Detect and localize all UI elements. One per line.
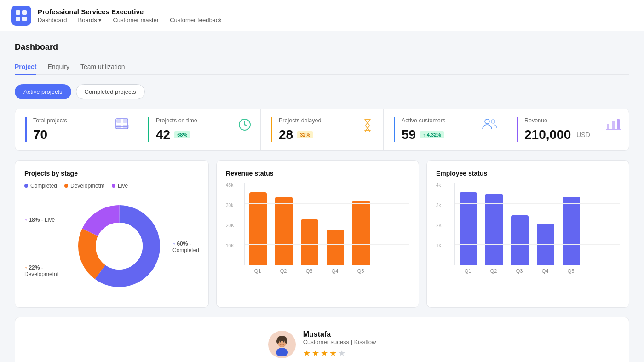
total-projects-label: Total projects xyxy=(33,117,127,124)
x-label-q3: Q3 xyxy=(300,268,318,274)
delayed-label: Projects delayed xyxy=(279,117,373,124)
legend-label-live: Live xyxy=(118,183,128,189)
charts-row: Projects by stage Completed Developmetnt… xyxy=(15,160,629,308)
x-label-q1: Q1 xyxy=(249,268,266,274)
live-label: ○ 18% - Live xyxy=(24,217,66,223)
legend-development: Developmetnt xyxy=(64,183,104,189)
revenue-bar-q1 xyxy=(249,192,267,265)
completed-label: ○ 60% - Completed xyxy=(172,241,199,253)
completed-pct: 60% xyxy=(177,241,188,247)
legend-dot-development xyxy=(64,184,68,188)
dev-pct: 22% xyxy=(29,264,40,271)
tab-enquiry[interactable]: Enquiry xyxy=(47,59,69,75)
emp-bar-q1 xyxy=(460,192,477,265)
emp-x-label-q2: Q2 xyxy=(485,268,502,274)
emp-bar-q2 xyxy=(485,194,503,265)
legend-label-development: Developmetnt xyxy=(70,183,104,189)
svg-point-16 xyxy=(485,119,489,124)
users-icon xyxy=(481,117,498,132)
live-pct: 18% xyxy=(29,217,40,223)
revenue-status-card: Revenue status 45k 30k 20K 10K xyxy=(216,160,419,308)
revenue-value: 210,000 USD xyxy=(524,127,619,142)
svg-point-17 xyxy=(491,120,495,123)
app-title: Professional Services Executive xyxy=(38,8,222,16)
main-nav: Dashboard Boards ▾ Customer master Custo… xyxy=(38,17,222,23)
nav-customer-feedback[interactable]: Customer feedback xyxy=(170,17,222,23)
nav-dashboard[interactable]: Dashboard xyxy=(38,17,67,23)
emp-x-label-q3: Q3 xyxy=(511,268,528,274)
legend-dot-live xyxy=(112,184,115,188)
emp-bar-q3 xyxy=(511,215,529,265)
employee-bar-q3 xyxy=(511,215,529,265)
delayed-value: 28 32% xyxy=(279,127,373,142)
employee-bar-q1 xyxy=(460,192,477,265)
svg-rect-0 xyxy=(16,10,20,15)
employee-bar-q5 xyxy=(563,197,580,265)
revenue-bar-q5 xyxy=(352,201,370,265)
svg-point-25 xyxy=(96,223,143,270)
grid-icon xyxy=(115,117,129,133)
app-logo xyxy=(11,6,31,26)
employee-status-title: Employee status xyxy=(436,170,620,177)
dev-label: ○ 22% - Developmetnt xyxy=(24,264,66,277)
bar-q5 xyxy=(352,201,370,265)
stat-active-customers: Active customers 59 ↑ 4.32% xyxy=(384,109,506,150)
svg-point-15 xyxy=(244,124,246,126)
bar-q1 xyxy=(249,192,267,265)
toggle-active-projects[interactable]: Active projects xyxy=(15,84,71,99)
bar-chart-icon xyxy=(606,117,621,132)
stat-cards-row: Total projects 70 Projects on time 42 xyxy=(15,109,629,151)
customer-avatar xyxy=(268,331,296,358)
donut-legend: Completed Developmetnt Live xyxy=(24,183,199,189)
revenue-x-labels: Q1 Q2 Q3 Q4 Q5 xyxy=(244,265,409,274)
customer-stars: ★ ★ ★ ★ ★ xyxy=(303,348,376,358)
x-label-q2: Q2 xyxy=(275,268,292,274)
employee-bar-q4 xyxy=(537,224,554,265)
view-toggle: Active projects Completed projects xyxy=(15,84,629,99)
projects-by-stage-card: Projects by stage Completed Developmetnt… xyxy=(15,160,209,308)
customer-info: Mustafa Customer sucess | Kissflow ★ ★ ★… xyxy=(303,330,376,358)
page-title: Dashboard xyxy=(15,42,629,52)
donut-chart xyxy=(73,200,165,293)
bar-q4 xyxy=(327,230,344,265)
customer-row: Mustafa Customer sucess | Kissflow ★ ★ ★… xyxy=(268,330,376,358)
total-projects-value: 70 xyxy=(33,127,127,142)
x-label-q5: Q5 xyxy=(352,268,369,274)
svg-point-33 xyxy=(283,341,284,342)
legend-live: Live xyxy=(112,183,128,189)
stat-revenue: Revenue 210,000 USD xyxy=(506,109,629,150)
toggle-completed-projects[interactable]: Completed projects xyxy=(76,84,145,99)
revenue-status-title: Revenue status xyxy=(226,170,409,177)
employee-x-labels: Q1 Q2 Q3 Q4 Q5 xyxy=(454,265,620,274)
revenue-bar-chart: 45k 30k 20K 10K xyxy=(226,183,409,285)
stat-total-projects: Total projects 70 xyxy=(15,109,138,150)
clock-icon xyxy=(237,117,252,133)
header: Professional Services Executive Dashboar… xyxy=(0,0,644,31)
employee-bars-container xyxy=(454,183,620,265)
customer-role: Customer sucess | Kissflow xyxy=(303,339,376,345)
svg-rect-1 xyxy=(22,10,27,15)
bar-q2 xyxy=(275,197,293,265)
tab-project[interactable]: Project xyxy=(15,59,36,75)
legend-dot-completed xyxy=(24,184,28,188)
avatar-illustration xyxy=(270,333,293,356)
tab-team-utilization[interactable]: Team utilization xyxy=(80,59,125,75)
customer-name: Mustafa xyxy=(303,330,376,339)
revenue-bar-q2 xyxy=(275,197,293,265)
svg-point-32 xyxy=(279,341,281,342)
x-label-q4: Q4 xyxy=(326,268,344,274)
legend-label-completed: Completed xyxy=(30,183,57,189)
revenue-bar-q3 xyxy=(301,219,318,265)
revenue-currency: USD xyxy=(576,131,590,138)
donut-left-labels: ○ 18% - Live ○ 22% - Developmetnt xyxy=(24,217,66,277)
employee-status-card: Employee status 4k 3k 2K 1K xyxy=(426,160,629,308)
nav-boards[interactable]: Boards ▾ xyxy=(78,17,102,23)
delayed-badge: 32% xyxy=(297,131,313,138)
svg-point-31 xyxy=(285,339,288,344)
nav-customer-master[interactable]: Customer master xyxy=(113,17,159,23)
emp-x-label-q1: Q1 xyxy=(459,268,477,274)
revenue-label: Revenue xyxy=(524,117,619,124)
svg-rect-3 xyxy=(22,17,27,21)
on-time-value: 42 68% xyxy=(156,127,250,142)
hourglass-icon xyxy=(360,117,375,133)
